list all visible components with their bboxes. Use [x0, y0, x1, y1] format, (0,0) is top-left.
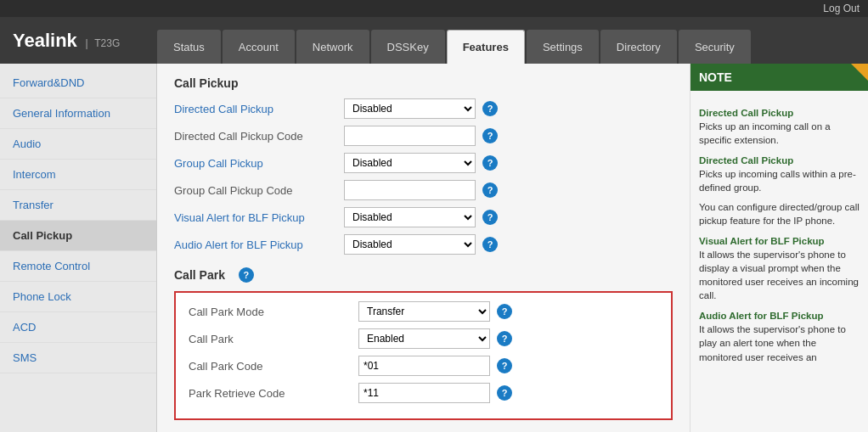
sidebar-item-forward-dnd[interactable]: Forward&DND — [0, 68, 156, 98]
call-park-help-icon[interactable]: ? — [497, 331, 512, 346]
sidebar-item-intercom[interactable]: Intercom — [0, 160, 156, 190]
nav-status[interactable]: Status — [157, 30, 221, 64]
note-term-4: Audio Alert for BLF Pickup — [699, 309, 860, 323]
park-retrieve-code-label: Park Retrieve Code — [189, 387, 358, 400]
nav-directory[interactable]: Directory — [600, 30, 677, 64]
sidebar-item-remote-control[interactable]: Remote Control — [0, 251, 156, 282]
sidebar-item-call-pickup[interactable]: Call Pickup — [0, 221, 156, 251]
group-call-pickup-code-help-icon[interactable]: ? — [482, 182, 498, 198]
audio-alert-select[interactable]: DisabledEnabled — [344, 234, 476, 255]
directed-call-pickup-label: Directed Call Pickup — [174, 103, 344, 115]
nav-account[interactable]: Account — [223, 30, 295, 64]
note-panel: NOTE Directed Call Pickup Picks up an in… — [690, 64, 868, 432]
group-call-pickup-help-icon[interactable]: ? — [482, 155, 498, 171]
group-call-pickup-row: Group Call Pickup DisabledEnabled ? — [174, 153, 673, 173]
nav-settings[interactable]: Settings — [527, 30, 599, 64]
call-park-mode-select[interactable]: TransferLocal — [358, 301, 490, 322]
park-retrieve-code-input[interactable] — [358, 383, 490, 403]
call-park-mode-row: Call Park Mode TransferLocal ? — [189, 301, 658, 322]
call-park-code-row: Call Park Code ? — [189, 356, 658, 376]
note-term-1: Directed Call Pickup — [699, 106, 860, 120]
call-park-title: Call Park — [174, 268, 225, 282]
directed-call-pickup-select[interactable]: DisabledEnabled — [344, 98, 476, 119]
call-park-code-label: Call Park Code — [189, 360, 358, 373]
call-pickup-title: Call Pickup — [174, 76, 673, 90]
call-park-mode-label: Call Park Mode — [189, 306, 358, 318]
sidebar-item-phone-lock[interactable]: Phone Lock — [0, 282, 156, 312]
main-nav: Status Account Network DSSKey Features S… — [157, 17, 752, 64]
group-call-pickup-code-label: Group Call Pickup Code — [174, 184, 344, 197]
group-call-pickup-code-input[interactable] — [344, 180, 476, 200]
call-park-code-input[interactable] — [358, 356, 490, 376]
logout-link[interactable]: Log Out — [823, 3, 860, 14]
header-bar: Log Out — [0, 0, 868, 17]
note-content: Directed Call Pickup Picks up an incomin… — [690, 91, 868, 429]
visual-alert-help-icon[interactable]: ? — [482, 210, 498, 225]
directed-call-pickup-row: Directed Call Pickup DisabledEnabled ? — [174, 98, 673, 119]
directed-call-pickup-help-icon[interactable]: ? — [482, 101, 498, 116]
park-retrieve-code-help-icon[interactable]: ? — [497, 385, 512, 401]
call-park-code-help-icon[interactable]: ? — [497, 358, 512, 373]
nav-security[interactable]: Security — [679, 30, 751, 64]
directed-call-pickup-code-label: Directed Call Pickup Code — [174, 130, 344, 143]
topbar: Yealink | T23G Status Account Network DS… — [0, 17, 868, 64]
model-name: T23G — [94, 37, 120, 49]
visual-alert-row: Visual Alert for BLF Pickup DisabledEnab… — [174, 207, 673, 227]
note-text-4: It allows the supervisor's phone to play… — [699, 323, 860, 363]
visual-alert-label: Visual Alert for BLF Pickup — [174, 211, 344, 224]
directed-call-pickup-code-input[interactable] — [344, 126, 476, 146]
park-retrieve-code-row: Park Retrieve Code ? — [189, 383, 658, 403]
audio-alert-row: Audio Alert for BLF Pickup DisabledEnabl… — [174, 234, 673, 255]
main-content: Call Pickup Directed Call Pickup Disable… — [157, 64, 690, 432]
visual-alert-select[interactable]: DisabledEnabled — [344, 207, 476, 227]
sidebar: Forward&DND General Information Audio In… — [0, 64, 157, 432]
group-call-pickup-code-row: Group Call Pickup Code ? — [174, 180, 673, 200]
note-extra-1: You can configure directed/group call pi… — [699, 200, 860, 227]
call-park-title-help-icon[interactable]: ? — [239, 267, 254, 283]
call-park-mode-help-icon[interactable]: ? — [497, 304, 512, 319]
audio-alert-label: Audio Alert for BLF Pickup — [174, 238, 344, 251]
main-layout: Forward&DND General Information Audio In… — [0, 64, 868, 432]
brand-name: Yealink — [13, 30, 77, 51]
call-park-label: Call Park — [189, 333, 358, 345]
note-term-2: Directed Call Pickup — [699, 154, 860, 167]
directed-call-pickup-code-row: Directed Call Pickup Code ? — [174, 126, 673, 146]
call-park-select[interactable]: EnabledDisabled — [358, 328, 490, 349]
sidebar-item-transfer[interactable]: Transfer — [0, 190, 156, 221]
call-park-header: Call Park ? — [174, 267, 673, 283]
directed-call-pickup-code-help-icon[interactable]: ? — [482, 128, 498, 143]
sidebar-item-audio[interactable]: Audio — [0, 129, 156, 160]
nav-features[interactable]: Features — [447, 30, 525, 64]
note-header: NOTE — [690, 64, 868, 91]
note-text-2: Picks up incoming calls within a pre-def… — [699, 167, 860, 194]
note-text-1: Picks up an incoming call on a specific … — [699, 120, 860, 147]
call-park-box: Call Park Mode TransferLocal ? Call Park… — [174, 291, 673, 420]
sidebar-item-acd[interactable]: ACD — [0, 312, 156, 343]
sidebar-item-general-info[interactable]: General Information — [0, 98, 156, 129]
note-text-3: It allows the supervisor's phone to disp… — [699, 248, 860, 302]
nav-network[interactable]: Network — [296, 30, 369, 64]
audio-alert-help-icon[interactable]: ? — [482, 237, 498, 252]
sidebar-item-sms[interactable]: SMS — [0, 343, 156, 373]
logo-area: Yealink | T23G — [0, 30, 157, 52]
group-call-pickup-select[interactable]: DisabledEnabled — [344, 153, 476, 173]
nav-dsskey[interactable]: DSSKey — [371, 30, 445, 64]
note-term-3: Visual Alert for BLF Pickup — [699, 234, 860, 248]
call-park-row: Call Park EnabledDisabled ? — [189, 328, 658, 349]
group-call-pickup-label: Group Call Pickup — [174, 157, 344, 170]
